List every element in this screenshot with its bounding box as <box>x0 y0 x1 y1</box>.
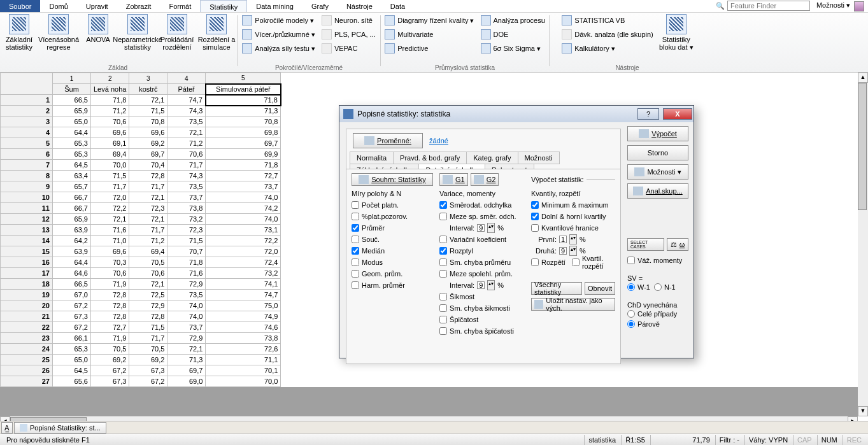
cell[interactable]: 72,8 <box>129 311 167 322</box>
stat-check[interactable]: Medián <box>352 245 433 256</box>
col-name[interactable]: kostrč <box>129 84 167 95</box>
row-number[interactable]: 17 <box>1 268 53 279</box>
cell[interactable]: 71,7 <box>167 160 206 171</box>
stat-check[interactable]: Kvantilové hranice <box>531 222 615 233</box>
col-number[interactable]: 2 <box>91 73 129 84</box>
cell[interactable]: 74,6 <box>206 322 281 333</box>
cell[interactable]: 74,9 <box>206 311 281 322</box>
cell[interactable]: 74,0 <box>206 192 281 203</box>
menu-grafy[interactable]: Grafy <box>302 0 338 12</box>
menu-format[interactable]: Formát <box>160 0 200 12</box>
cell[interactable]: 69,2 <box>129 138 167 149</box>
cell[interactable]: 63,4 <box>53 171 91 181</box>
stat-check[interactable]: Počet platn. <box>352 199 433 210</box>
cell[interactable]: 72,3 <box>167 225 206 236</box>
cell[interactable]: 72,7 <box>206 171 281 181</box>
row-number[interactable]: 9 <box>1 181 53 192</box>
row-number[interactable]: 27 <box>1 376 53 387</box>
spin-icon[interactable]: ▴▾ <box>487 223 495 233</box>
cell[interactable]: 69,7 <box>206 138 281 149</box>
ribbon-button[interactable]: Vícenásobnáregrese <box>39 13 78 51</box>
cell[interactable]: 74,0 <box>167 311 206 322</box>
cell[interactable]: 67,3 <box>53 311 91 322</box>
cell[interactable]: 66,5 <box>53 279 91 290</box>
g1-button[interactable]: G1 <box>439 173 468 186</box>
cell[interactable]: 69,2 <box>129 355 167 365</box>
row-number[interactable]: 24 <box>1 344 53 355</box>
cell[interactable]: 73,8 <box>167 203 206 214</box>
cell[interactable]: 63,9 <box>53 246 91 257</box>
cell[interactable]: 75,0 <box>206 300 281 311</box>
tab-kateg[interactable]: Kateg. grafy <box>466 152 518 164</box>
stat-check[interactable]: Sm. chyba průměru <box>439 257 525 267</box>
cell[interactable]: 71,6 <box>167 268 206 279</box>
stat-check[interactable]: Meze sp. směr. odch. <box>439 211 525 222</box>
cell[interactable]: 71,5 <box>129 322 167 333</box>
menu-soubor[interactable]: Soubor <box>0 0 40 12</box>
cell[interactable]: 72,0 <box>206 246 281 257</box>
cell[interactable]: 72,8 <box>91 300 129 311</box>
cell[interactable]: 71,7 <box>129 181 167 192</box>
cell[interactable]: 71,3 <box>206 106 281 117</box>
cell[interactable]: 72,9 <box>167 279 206 290</box>
all-stats-button[interactable]: Všechny statistiky <box>531 282 582 295</box>
cell[interactable]: 65,3 <box>53 138 91 149</box>
cell[interactable]: 72,6 <box>206 344 281 355</box>
cell[interactable]: 69,6 <box>91 246 129 257</box>
col-number[interactable]: 3 <box>129 73 167 84</box>
cell[interactable]: 64,6 <box>53 268 91 279</box>
cell[interactable]: 70,5 <box>91 344 129 355</box>
stat-check[interactable]: Sm. chyba šikmosti <box>439 302 525 313</box>
ribbon-button[interactable]: 6σ Six Sigma ▾ <box>478 42 548 55</box>
tab-pravd[interactable]: Pravd. & bod. grafy <box>393 152 467 164</box>
cell[interactable]: 71,8 <box>167 257 206 268</box>
cell[interactable]: 70,6 <box>167 149 206 160</box>
cell[interactable]: 65,3 <box>53 344 91 355</box>
row-number[interactable]: 21 <box>1 311 53 322</box>
cell[interactable]: 72,2 <box>91 203 129 214</box>
row-number[interactable]: 6 <box>1 149 53 160</box>
workbook-tab[interactable]: Popisné Statistiky: st... <box>14 422 106 434</box>
stat-check[interactable]: Průměr <box>352 222 433 233</box>
col-number[interactable]: 4 <box>167 73 206 84</box>
weights-button[interactable]: ⚖ω <box>667 238 688 251</box>
row-number[interactable]: 1 <box>1 95 53 106</box>
cell[interactable]: 72,1 <box>91 214 129 225</box>
summary-stats-button[interactable]: Souhrn: Statistiky <box>352 173 433 186</box>
cell[interactable]: 69,6 <box>129 127 167 138</box>
stat-check[interactable]: Variační koeficient <box>439 234 525 244</box>
row-number[interactable]: 3 <box>1 117 53 127</box>
stat-check[interactable]: %plat.pozorov. <box>352 211 433 222</box>
row-number[interactable]: 12 <box>1 214 53 225</box>
ribbon-button[interactable]: Prokládánírozdělení <box>158 13 196 51</box>
cell[interactable]: 71,8 <box>206 95 281 106</box>
ribbon-button[interactable]: Pokročilé modely ▾ <box>239 14 318 27</box>
variables-value[interactable]: žádné <box>429 137 448 145</box>
cell[interactable]: 71,8 <box>91 95 129 106</box>
cell[interactable]: 70,6 <box>91 117 129 127</box>
ribbon-button[interactable]: Rozdělení asimulace <box>197 13 236 51</box>
cell[interactable]: 69,9 <box>206 149 281 160</box>
cell[interactable]: 73,7 <box>167 192 206 203</box>
cell[interactable]: 71,7 <box>129 225 167 236</box>
save-defaults-button[interactable]: Uložit nastav. jako vých. <box>531 298 615 311</box>
ribbon-button[interactable]: DOE <box>478 28 548 41</box>
sv-n1-radio[interactable]: N-1 <box>654 282 676 292</box>
row-number[interactable]: 20 <box>1 300 53 311</box>
cell[interactable]: 70,5 <box>129 344 167 355</box>
stat-check[interactable]: Dolní & horní kvartily <box>531 211 615 222</box>
cell[interactable]: 71,2 <box>129 236 167 246</box>
scroll-down-icon[interactable]: ▼ <box>858 406 868 416</box>
cell[interactable]: 69,4 <box>91 149 129 160</box>
cell[interactable]: 67,2 <box>53 322 91 333</box>
cele-radio[interactable]: Celé případy <box>627 309 688 319</box>
row-number[interactable]: 10 <box>1 192 53 203</box>
row-number[interactable]: 14 <box>1 236 53 246</box>
cell[interactable]: 65,7 <box>53 181 91 192</box>
cell[interactable]: 74,2 <box>206 203 281 214</box>
ribbon-button[interactable]: Kalkulátory ▾ <box>559 42 656 55</box>
cell[interactable]: 72,5 <box>129 290 167 300</box>
row-number[interactable]: 16 <box>1 257 53 268</box>
ribbon-button[interactable]: STATISTICA VB <box>559 14 656 27</box>
ribbon-button[interactable]: Predictive <box>382 42 476 55</box>
